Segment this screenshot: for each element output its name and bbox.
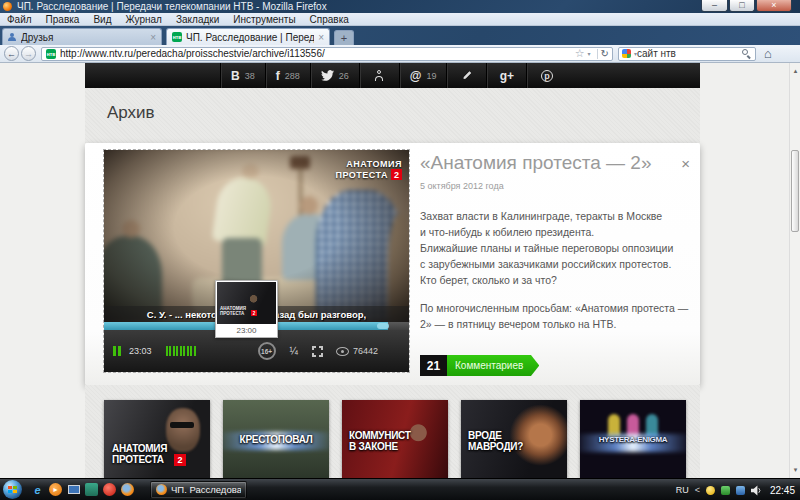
firefox-launcher-icon[interactable] [121, 483, 134, 496]
pause-button[interactable] [113, 346, 121, 356]
share-mailru[interactable]: @ 19 [399, 63, 447, 88]
tray-antivirus-icon[interactable] [721, 486, 730, 495]
url-text[interactable]: http://www.ntv.ru/peredacha/proisschestv… [60, 48, 575, 59]
url-bar[interactable]: нтв http://www.ntv.ru/peredacha/proissch… [41, 47, 613, 61]
view-counter: 76442 [336, 346, 378, 356]
forward-button[interactable]: → [21, 46, 36, 61]
thumbnail-hystera-enigma[interactable]: HYSTERA-ENIGMA [580, 400, 686, 478]
close-window-button[interactable]: × [756, 0, 792, 12]
progress-handle[interactable] [377, 323, 389, 329]
menu-help[interactable]: Справка [303, 14, 356, 25]
thumbnail-vrode-mavrodi[interactable]: ВРОДЕ МАВРОДИ? [461, 400, 567, 478]
scroll-up-icon[interactable]: ▴ [790, 65, 800, 77]
task-label: ЧП. Расследование... [171, 484, 241, 495]
scroll-down-icon[interactable]: ▾ [790, 464, 800, 476]
comments-count: 21 [420, 355, 447, 376]
video-player[interactable]: АНАТОМИЯ ПРОТЕСТА 2 С. У. - ... некоторо… [104, 150, 409, 372]
badge-number: 2 [391, 169, 402, 180]
taskbar: e ▸ ЧП. Расследование... RU < 22:45 [0, 478, 800, 500]
computer-icon[interactable] [67, 483, 80, 496]
search-icon[interactable] [742, 49, 752, 59]
views-count: 76442 [353, 346, 378, 356]
menu-file[interactable]: Файл [0, 14, 39, 25]
window-title: ЧП. Расследование | Передачи телекомпани… [17, 1, 327, 12]
thumbnail-face [166, 408, 200, 452]
comments-label: Комментариев [447, 355, 539, 376]
tab-ntv-active[interactable]: нтв ЧП. Расследование | Передачи теле...… [166, 28, 330, 45]
tab-ntv-label: ЧП. Расследование | Передачи теле... [186, 32, 314, 43]
home-icon[interactable]: ⌂ [764, 46, 772, 61]
vk-icon: В [231, 69, 240, 83]
start-button[interactable] [3, 480, 22, 499]
google-icon [622, 49, 631, 58]
comments-button[interactable]: 21 Комментариев [420, 355, 539, 376]
new-tab-button[interactable]: + [334, 30, 354, 45]
thumbnail-number-badge: 2 [174, 454, 186, 466]
scrollbar-thumb[interactable] [791, 150, 799, 232]
thumbnail-kommunist-v-zakone[interactable]: КОММУНИСТ В ЗАКОНЕ [342, 400, 448, 478]
volume-control[interactable] [166, 346, 196, 356]
menu-bookmarks[interactable]: Закладки [169, 14, 226, 25]
tab-close-icon[interactable]: × [318, 32, 324, 43]
article-date: 5 октября 2012 года [420, 181, 692, 191]
refresh-icon[interactable]: ↻ [601, 48, 609, 59]
internet-explorer-icon[interactable]: e [31, 483, 44, 496]
seek-preview-time: 23:00 [216, 325, 277, 337]
tray-network-icon[interactable] [736, 486, 745, 495]
share-odnoklassniki[interactable] [359, 63, 399, 88]
share-livejournal[interactable] [446, 63, 486, 88]
tab-close-icon[interactable]: × [150, 32, 156, 43]
page-title: Архив [107, 103, 155, 123]
language-indicator[interactable]: RU [676, 485, 689, 495]
bookmark-star-icon[interactable]: ☆ [575, 47, 585, 60]
pictures-icon[interactable] [85, 483, 98, 496]
thumbnail-anatomia-protesta-2[interactable]: АНАТОМИЯ ПРОТЕСТА 2 [104, 400, 210, 478]
share-facebook[interactable]: f 288 [265, 63, 310, 88]
back-button[interactable]: ← [4, 46, 19, 61]
article-paragraph: Захват власти в Калининграде, теракты в … [420, 208, 692, 288]
related-band: АНАТОМИЯ ПРОТЕСТА 2 КРЕСТОПОВАЛ КОММУНИС… [85, 385, 700, 478]
screen: ЧП. Расследование | Передачи телекомпани… [0, 0, 800, 500]
seek-preview-tooltip: АНАТОМИЯ ПРОТЕСТА 2 23:00 [215, 280, 278, 338]
tab-bar: Друзья × нтв ЧП. Расследование | Передач… [0, 26, 800, 45]
minimize-button[interactable]: – [701, 0, 728, 12]
share-pinterest[interactable]: p [526, 63, 566, 88]
vertical-scrollbar[interactable]: ▴ ▾ [789, 63, 800, 478]
menu-tools[interactable]: Инструменты [226, 14, 302, 25]
red-app-icon[interactable] [103, 483, 116, 496]
taskbar-task-button[interactable]: ЧП. Расследование... [150, 481, 247, 499]
menu-edit[interactable]: Правка [39, 14, 87, 25]
article-paragraph: По многочисленным просьбам: «Анатомия пр… [420, 300, 692, 332]
search-input[interactable]: сайт нтв [637, 48, 742, 59]
search-box[interactable]: ▾ сайт нтв [618, 47, 756, 61]
article-panel: «Анатомия протеста — 2» × 5 октября 2012… [420, 152, 692, 378]
divider [597, 49, 598, 59]
clock: 22:45 [770, 485, 795, 496]
share-googleplus[interactable]: g+ [486, 63, 526, 88]
thumbnail-krestopoval[interactable]: КРЕСТОПОВАЛ [223, 400, 329, 478]
windows-logo-icon [8, 486, 17, 493]
tray-skype-icon[interactable] [706, 486, 715, 495]
close-icon[interactable]: × [681, 155, 690, 172]
social-share-bar: В 38 f 288 26 @ 19 [85, 63, 700, 88]
media-player-icon[interactable]: ▸ [49, 483, 62, 496]
menu-history[interactable]: Журнал [118, 14, 169, 25]
fullscreen-button[interactable] [312, 346, 323, 357]
tab-friends[interactable]: Друзья × [2, 28, 162, 45]
menu-view[interactable]: Вид [86, 14, 118, 25]
thumbnail-title: ВРОДЕ МАВРОДИ? [468, 430, 523, 452]
share-count: 19 [426, 71, 436, 81]
share-vkontakte[interactable]: В 38 [220, 63, 265, 88]
maximize-button[interactable]: □ [729, 0, 755, 12]
quality-toggle[interactable]: ¼ [290, 346, 298, 357]
thumbnail-title: КРЕСТОПОВАЛ [223, 434, 329, 445]
quick-launch: e ▸ [31, 483, 134, 496]
share-twitter[interactable]: 26 [310, 63, 359, 88]
preview-badge-text: АНАТОМИЯ ПРОТЕСТА [220, 306, 246, 316]
tray-expand-icon[interactable]: < [695, 485, 700, 495]
preview-badge-number: 2 [251, 310, 257, 316]
speaker-icon[interactable] [751, 485, 762, 496]
page-content: В 38 f 288 26 @ 19 [85, 63, 700, 478]
firefox-task-icon [156, 484, 167, 495]
url-dropdown-icon[interactable]: ▾ [588, 50, 591, 57]
